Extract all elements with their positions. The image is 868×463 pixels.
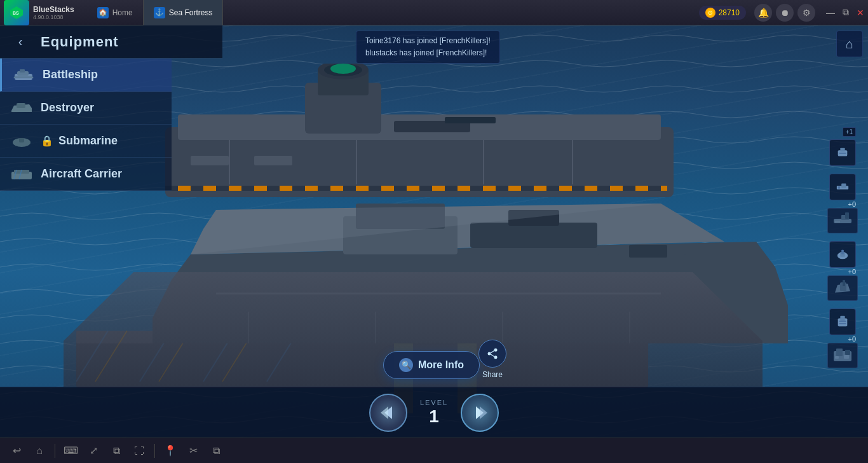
more-info-button[interactable]: 🔍 More Info bbox=[383, 351, 480, 379]
slot4-badge: +0 bbox=[829, 335, 856, 343]
battleship-tab[interactable]: Battleship bbox=[0, 59, 172, 92]
equipment-panel: ‹ Equipment Battleship De bbox=[0, 25, 222, 438]
svg-point-84 bbox=[494, 349, 498, 352]
svg-rect-52 bbox=[17, 103, 25, 108]
level-value: 1 bbox=[429, 406, 439, 427]
carrier-tab-label: Aircraft Carrier bbox=[41, 167, 122, 181]
slot2-icon bbox=[829, 174, 856, 200]
svg-rect-60 bbox=[840, 148, 844, 152]
svg-rect-21 bbox=[445, 117, 496, 123]
svg-marker-50 bbox=[13, 76, 34, 78]
svg-rect-71 bbox=[841, 250, 844, 254]
copy-taskbar-icon[interactable]: ⧉ bbox=[207, 442, 225, 460]
svg-rect-54 bbox=[19, 138, 24, 142]
home-button[interactable]: ⌂ bbox=[836, 31, 863, 57]
submarine-tab-label: Submarine bbox=[58, 134, 118, 148]
svg-rect-15 bbox=[356, 140, 357, 184]
home-tab-icon: 🏠 bbox=[97, 7, 109, 18]
svg-rect-49 bbox=[20, 69, 25, 73]
svg-rect-61 bbox=[839, 153, 846, 154]
svg-rect-29 bbox=[629, 245, 667, 258]
multi-taskbar-icon[interactable]: ⧉ bbox=[107, 442, 125, 460]
share-button[interactable]: Share bbox=[478, 340, 506, 379]
slot4-weapon[interactable] bbox=[827, 343, 858, 368]
game-area: ‹ Equipment Battleship De bbox=[0, 25, 868, 438]
svg-rect-78 bbox=[839, 323, 846, 324]
level-label: LEVEL bbox=[420, 399, 448, 406]
slot1-icon bbox=[829, 139, 856, 166]
eco-taskbar-icon[interactable]: ⛶ bbox=[130, 442, 148, 460]
slot3-weapon[interactable] bbox=[827, 275, 858, 301]
level-display: LEVEL 1 bbox=[420, 399, 448, 427]
svg-rect-26 bbox=[470, 223, 597, 248]
equip-slot-2[interactable]: +0 bbox=[827, 174, 858, 233]
home-tab[interactable]: 🏠 Home bbox=[87, 0, 144, 25]
taskbar-sep-2 bbox=[154, 444, 155, 458]
carrier-icon bbox=[10, 165, 33, 183]
slot2-weapon[interactable] bbox=[827, 208, 858, 233]
game-tab[interactable]: ⚓ Sea Fortress bbox=[144, 0, 224, 25]
svg-point-86 bbox=[494, 356, 498, 359]
svg-rect-83 bbox=[844, 355, 849, 359]
more-info-label: More Info bbox=[418, 359, 464, 371]
keyboard-taskbar-icon[interactable]: ⌨ bbox=[62, 442, 79, 460]
svg-point-13 bbox=[330, 64, 356, 74]
cut-taskbar-icon[interactable]: ✂ bbox=[184, 442, 202, 460]
prev-ship-button[interactable] bbox=[369, 394, 407, 432]
back-button[interactable]: ‹ bbox=[10, 32, 31, 52]
game-tab-label: Sea Fortress bbox=[169, 8, 213, 17]
destroyer-tab-label: Destroyer bbox=[41, 101, 94, 114]
svg-rect-80 bbox=[836, 349, 843, 356]
share-icon bbox=[478, 340, 506, 368]
svg-marker-92 bbox=[480, 406, 487, 419]
bottom-controls: LEVEL 1 bbox=[0, 387, 868, 438]
bluestacks-logo: BS bbox=[4, 0, 29, 25]
screenshot-taskbar-icon[interactable]: ⤢ bbox=[85, 442, 102, 460]
back-taskbar-icon[interactable]: ↩ bbox=[8, 442, 25, 460]
battleship-tab-label: Battleship bbox=[43, 68, 98, 81]
close-btn[interactable]: ✕ bbox=[857, 8, 864, 18]
destroyer-tab[interactable]: Destroyer bbox=[0, 92, 172, 125]
equipment-slots: +1 +0 bbox=[817, 25, 868, 438]
equip-slot-4[interactable]: +0 bbox=[827, 308, 858, 368]
record-btn[interactable]: ⏺ bbox=[776, 4, 794, 22]
svg-rect-74 bbox=[843, 280, 845, 286]
svg-rect-67 bbox=[845, 212, 849, 219]
slot4-icon bbox=[829, 308, 856, 335]
aircraft-carrier-tab[interactable]: Aircraft Carrier bbox=[0, 158, 172, 191]
svg-rect-16 bbox=[483, 140, 484, 184]
titlebar: BS BlueStacks 4.90.0.1038 🏠 Home ⚓ Sea F… bbox=[0, 0, 868, 25]
svg-point-64 bbox=[838, 186, 841, 189]
destroyer-icon bbox=[10, 99, 33, 117]
app-name: BlueStacks 4.90.0.1038 bbox=[33, 5, 74, 20]
coin-icon: ⊙ bbox=[705, 8, 715, 18]
equip-slot-3[interactable]: +0 bbox=[827, 241, 858, 301]
svg-rect-14 bbox=[229, 140, 230, 184]
svg-text:BS: BS bbox=[13, 11, 19, 15]
submarine-icon bbox=[10, 132, 33, 150]
window-controls: — ⧉ ✕ bbox=[822, 7, 868, 18]
submarine-tab[interactable]: 🔒 Submarine bbox=[0, 125, 172, 158]
next-ship-button[interactable] bbox=[461, 394, 499, 432]
svg-marker-90 bbox=[381, 406, 388, 419]
svg-rect-82 bbox=[835, 356, 839, 359]
search-icon: 🔍 bbox=[399, 358, 413, 372]
minimize-btn[interactable]: — bbox=[826, 8, 835, 18]
location-taskbar-icon[interactable]: 📍 bbox=[161, 442, 179, 460]
settings-btn[interactable]: ⚙ bbox=[797, 4, 815, 22]
equip-slot-1[interactable]: +1 bbox=[829, 127, 856, 166]
svg-rect-76 bbox=[840, 316, 844, 321]
chat-line-2: blustacks has joined [FrenchKillers]! bbox=[365, 47, 491, 59]
svg-point-85 bbox=[488, 352, 491, 356]
notification-btn[interactable]: 🔔 bbox=[754, 4, 772, 22]
home-taskbar-icon[interactable]: ⌂ bbox=[31, 442, 48, 460]
svg-rect-81 bbox=[845, 350, 850, 355]
svg-rect-68 bbox=[835, 221, 840, 223]
restore-btn[interactable]: ⧉ bbox=[843, 7, 849, 18]
chat-notification: Toine3176 has joined [FrenchKillers]! bl… bbox=[356, 31, 500, 64]
taskbar-sep-1 bbox=[55, 444, 55, 458]
chat-line-1: Toine3176 has joined [FrenchKillers]! bbox=[365, 35, 491, 47]
coin-amount: 28710 bbox=[719, 8, 740, 17]
lock-icon: 🔒 bbox=[41, 135, 53, 147]
svg-rect-17 bbox=[572, 140, 573, 184]
